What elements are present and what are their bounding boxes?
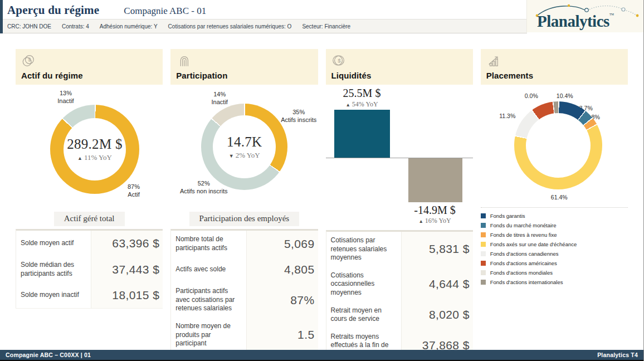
outflow-value-label: -14.9M $ (404, 204, 466, 217)
legend-item[interactable]: Fonds garantis (481, 213, 628, 219)
actif-yoy: ▲11% YoY (77, 153, 112, 162)
liquidites-bar-chart[interactable]: 25.5M $ ▲54% YoY -14.9M $ ▲16% YoY (326, 85, 473, 227)
legend-swatch (481, 251, 486, 256)
planalytics-logo: Planalytics™ (526, 0, 643, 32)
placements-donut-center (526, 113, 591, 178)
meta-crc: CRC: JOHN DOE (7, 23, 51, 30)
table-row: Solde moyen actif 63,396 $ (16, 231, 163, 256)
panel-participation-header: Participation (170, 49, 318, 85)
table-row: Solde moyen inactif 18,015 $ (16, 282, 163, 308)
panel-placements: Placements 0.0% 10.4% 3.7% 2.8% 11.3% 61… (481, 49, 628, 361)
bar-growth-icon (486, 53, 501, 68)
legend-item[interactable]: Fonds d'actions mondiales (481, 270, 628, 276)
actif-label-actif: 87%Actif (114, 183, 153, 199)
actif-donut[interactable]: 289.2M $ ▲11% YoY (50, 105, 139, 194)
up-arrow-icon: ▲ (418, 218, 423, 224)
participation-yoy: ▼2% YoY (229, 151, 260, 160)
placements-callout-garantis: 10.4% (552, 92, 578, 99)
footer-bar: Compagnie ABC – C00XX | 01 Planalytics T… (0, 350, 643, 361)
panel-actif-title: Actif du régime (21, 71, 157, 80)
panel-participation: Participation 14%Inactif 35%Actifs inscr… (170, 49, 318, 361)
panel-placements-header: Placements (481, 49, 628, 85)
actif-label-inactif: 13%Inactif (46, 89, 85, 105)
inflow-value-label: 25.5M $ (331, 87, 393, 100)
dashboard-window: Aperçu du régime Compagnie ABC - 01 CRC:… (0, 0, 644, 361)
panel-actif-header: $ Actif du régime (16, 49, 163, 85)
legend-item[interactable]: Fonds du marché monétaire (481, 222, 628, 228)
placements-callout-mondiales: 0.0% (520, 92, 543, 99)
participation-label-inscrits: 35%Actifs inscrits (274, 108, 323, 124)
up-arrow-icon: ▲ (345, 102, 350, 108)
table-row: Nombre total de participants actifs 5,06… (171, 231, 318, 257)
panel-actif-du-regime: $ Actif du régime 13%Inactif 289.2M $ ▲1… (16, 49, 163, 361)
table-row: Cotisations occasionnelles moyennes 4,64… (326, 267, 473, 302)
placements-callout-canadiennes: 11.3% (495, 113, 520, 119)
fingerprint-icon (176, 53, 191, 68)
actif-donut-chart[interactable]: 13%Inactif 289.2M $ ▲11% YoY 87%Actif (16, 85, 163, 212)
legend-item[interactable]: Fonds d'actions canadiennes (481, 251, 628, 257)
header-accent-bar (0, 0, 3, 33)
placements-donut[interactable] (514, 101, 602, 189)
participation-table: Nombre total de participants actifs 5,06… (170, 229, 318, 353)
coins-icon: $ (21, 53, 36, 68)
participation-donut[interactable]: 14.7K ▼2% YoY (201, 104, 287, 190)
placements-legend: Fonds garantis Fonds du marché monétaire… (481, 207, 628, 285)
meta-bar: CRC: JOHN DOE Contrats: 4 Adhésion numér… (0, 19, 527, 33)
panel-participation-title: Participation (176, 71, 312, 80)
page-title: Aperçu du régime (7, 3, 99, 17)
panels-grid: $ Actif du régime 13%Inactif 289.2M $ ▲1… (0, 33, 643, 361)
panel-liquidites-title: Liquidités (331, 71, 467, 80)
meta-cotisations: Cotisations par retenues salariales numé… (168, 23, 292, 30)
liquidites-table: Cotisations par retenues salariales moye… (326, 230, 473, 361)
legend-swatch (481, 280, 486, 285)
table-row: Solde médian des participants actifs 37,… (16, 256, 163, 282)
inflow-yoy: ▲54% YoY (331, 100, 393, 109)
participation-donut-center: 14.7K ▼2% YoY (213, 115, 276, 178)
placements-callout-echeance: 61.4% (547, 194, 572, 201)
down-arrow-icon: ▼ (229, 153, 234, 159)
legend-swatch (481, 223, 486, 228)
footer-company: Compagnie ABC – C00XX | 01 (6, 352, 91, 358)
legend-swatch (481, 213, 486, 218)
meta-secteur: Secteur: Financière (302, 23, 350, 30)
legend-swatch (481, 261, 486, 266)
actif-table: Solde moyen actif 63,396 $ Solde médian … (16, 229, 163, 309)
actif-table-header: Actif géré total (54, 212, 125, 226)
legend-swatch (481, 232, 486, 237)
actif-center-value: 289.2M $ (67, 136, 123, 152)
table-row: Actifs avec solde 4,805 (171, 257, 318, 282)
panel-placements-title: Placements (486, 71, 622, 80)
outflow-bar[interactable] (408, 158, 462, 202)
participation-table-header: Participation des employés (189, 212, 300, 226)
participation-label-non-inscrits: 52%Actifs non inscrits (172, 179, 236, 196)
actif-donut-center: 289.2M $ ▲11% YoY (64, 118, 126, 180)
panel-liquidites-header: $ Liquidités (326, 49, 473, 85)
dollar-coin-icon: $ (331, 53, 346, 68)
legend-swatch (481, 242, 486, 247)
logo-wordmark: Planalytics™ (537, 12, 614, 31)
meta-contrats: Contrats: 4 (62, 23, 89, 30)
footer-brand: Planalytics T4 (597, 352, 638, 358)
participation-label-inactif: 14%Inactif (200, 90, 239, 106)
participation-center-value: 14.7K (227, 134, 262, 150)
table-row: Retrait moyen en cours de service 8,020 … (326, 302, 473, 328)
meta-adhesion: Adhésion numérique: Y (100, 23, 158, 30)
legend-item[interactable]: Fonds de titres à revenu fixe (481, 232, 628, 238)
up-arrow-icon: ▲ (77, 155, 82, 161)
page-subtitle: Compagnie ABC - 01 (124, 6, 206, 17)
panel-liquidites: $ Liquidités 25.5M $ ▲54% YoY -14.9M $ ▲… (326, 49, 473, 361)
legend-item[interactable]: Fonds axés sur une date d'échéance (481, 241, 628, 247)
participation-donut-chart[interactable]: 14%Inactif 35%Actifs inscrits 14.7K ▼2% … (170, 85, 318, 212)
legend-item[interactable]: Fonds d'actions américaines (481, 260, 628, 266)
svg-text:$: $ (28, 57, 31, 62)
legend-item[interactable]: Fonds d'actions internationales (481, 279, 628, 285)
table-row: Nombre moyen de produits par participant… (171, 318, 318, 353)
outflow-yoy: ▲16% YoY (404, 217, 466, 225)
placements-donut-chart[interactable]: 0.0% 10.4% 3.7% 2.8% 11.3% 61.4% (481, 85, 628, 207)
inflow-bar[interactable] (334, 110, 390, 158)
legend-swatch (481, 270, 486, 275)
table-row: Cotisations par retenues salariales moye… (326, 232, 473, 267)
svg-text:$: $ (338, 57, 341, 64)
table-row: Participants actifs avec cotisations par… (171, 282, 318, 318)
